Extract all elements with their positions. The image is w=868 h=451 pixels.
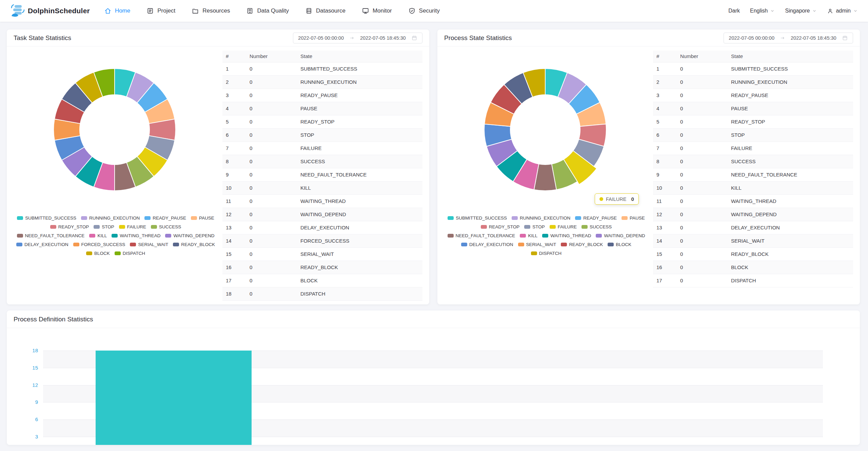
- nav-item-datasource[interactable]: Datasource: [305, 0, 346, 22]
- legend-item-delay-execution[interactable]: DELAY_EXECUTION: [461, 242, 513, 247]
- cell-number: 0: [677, 181, 728, 194]
- legend-item-failure[interactable]: FAILURE: [119, 224, 146, 229]
- date-range-picker[interactable]: 2022-07-05 00:00:00 2022-07-05 18:45:30: [724, 33, 853, 43]
- nav-item-data-quality[interactable]: Data Quality: [246, 0, 289, 22]
- table-row: 100KILL: [222, 181, 422, 194]
- cell-state: WAITING_THREAD: [297, 194, 422, 208]
- legend-item-block[interactable]: BLOCK: [86, 251, 110, 256]
- legend-label: KILL: [97, 233, 107, 238]
- legend-item-ready-block[interactable]: READY_BLOCK: [561, 242, 603, 247]
- table-row: 180DISPATCH: [222, 287, 422, 300]
- legend-item-ready-stop[interactable]: READY_STOP: [481, 224, 520, 229]
- nav-item-label: Resources: [202, 7, 230, 14]
- legend-item-serial-wait[interactable]: SERIAL_WAIT: [518, 242, 556, 247]
- table-row: 40PAUSE: [222, 102, 422, 115]
- legend-swatch: [448, 234, 454, 238]
- table-row: 100KILL: [653, 181, 853, 194]
- table-row: 30READY_PAUSE: [653, 89, 853, 102]
- cell-index: 16: [222, 261, 246, 274]
- column-header-num: #: [222, 51, 246, 62]
- legend-swatch: [542, 234, 548, 238]
- legend-item-serial-wait[interactable]: SERIAL_WAIT: [130, 242, 168, 247]
- legend-item-need-fault-tolerance[interactable]: NEED_FAULT_TOLERANCE: [448, 233, 515, 238]
- brand[interactable]: DolphinScheduler: [10, 3, 90, 18]
- legend-item-dispatch[interactable]: DISPATCH: [531, 251, 561, 256]
- legend-swatch: [191, 216, 197, 220]
- nav-item-label: Monitor: [373, 7, 392, 14]
- bar-series[interactable]: [96, 351, 252, 445]
- cell-state: KILL: [728, 181, 853, 194]
- task-state-donut-chart[interactable]: [50, 64, 180, 195]
- legend-item-failure[interactable]: FAILURE: [550, 224, 577, 229]
- legend-item-waiting-depend[interactable]: WAITING_DEPEND: [596, 233, 645, 238]
- home-icon: [104, 7, 112, 15]
- theme-toggle-button[interactable]: Dark: [728, 8, 740, 14]
- legend-item-pause[interactable]: PAUSE: [622, 215, 645, 221]
- legend-item-need-fault-tolerance[interactable]: NEED_FAULT_TOLERANCE: [17, 233, 85, 238]
- date-end: 2022-07-05 18:45:30: [360, 35, 406, 41]
- cell-number: 0: [677, 102, 728, 115]
- nav-item-label: Home: [115, 7, 130, 14]
- legend-item-delay-execution[interactable]: DELAY_EXECUTION: [16, 242, 68, 247]
- legend-swatch: [17, 216, 23, 220]
- legend-item-waiting-thread[interactable]: WAITING_THREAD: [542, 233, 591, 238]
- legend-swatch: [608, 243, 614, 246]
- date-range-picker[interactable]: 2022-07-05 00:00:00 2022-07-05 18:45:30: [293, 33, 422, 43]
- legend-item-forced-success[interactable]: FORCED_SUCCESS: [73, 242, 125, 247]
- nav-item-home[interactable]: Home: [104, 0, 130, 22]
- legend-label: PAUSE: [630, 215, 645, 221]
- table-row: 20RUNNING_EXECUTION: [222, 75, 422, 89]
- nav-item-resources[interactable]: Resources: [192, 0, 230, 22]
- cell-number: 0: [246, 168, 297, 181]
- table-row: 50READY_STOP: [653, 115, 853, 128]
- legend-item-ready-pause[interactable]: READY_PAUSE: [144, 215, 186, 221]
- cell-index: 17: [653, 274, 677, 287]
- legend-item-ready-stop[interactable]: READY_STOP: [50, 224, 89, 229]
- legend-item-running-execution[interactable]: RUNNING_EXECUTION: [81, 215, 140, 221]
- legend-item-block[interactable]: BLOCK: [608, 242, 631, 247]
- legend-item-kill[interactable]: KILL: [89, 233, 107, 238]
- user-menu[interactable]: admin: [827, 8, 858, 14]
- legend-item-success[interactable]: SUCCESS: [151, 224, 181, 229]
- cell-state: WAITING_DEPEND: [728, 208, 853, 221]
- legend-label: WAITING_DEPEND: [173, 233, 214, 238]
- process-state-donut-chart[interactable]: [480, 64, 610, 195]
- table-row: 10SUBMITTED_SUCCESS: [653, 62, 853, 75]
- nav-item-project[interactable]: Project: [146, 0, 175, 22]
- legend-item-stop[interactable]: STOP: [94, 224, 114, 229]
- legend-label: BLOCK: [616, 242, 631, 247]
- legend-item-success[interactable]: SUCCESS: [581, 224, 612, 229]
- legend-item-waiting-depend[interactable]: WAITING_DEPEND: [165, 233, 214, 238]
- legend-item-waiting-thread[interactable]: WAITING_THREAD: [112, 233, 160, 238]
- chevron-down-icon: [770, 8, 775, 13]
- cell-index: 11: [653, 194, 677, 208]
- legend-item-kill[interactable]: KILL: [520, 233, 537, 238]
- legend-item-ready-pause[interactable]: READY_PAUSE: [575, 215, 617, 221]
- legend-swatch: [518, 243, 524, 246]
- timezone-selector[interactable]: Singapore: [785, 8, 817, 14]
- legend-item-submitted-success[interactable]: SUBMITTED_SUCCESS: [448, 215, 507, 221]
- cell-index: 12: [653, 208, 677, 221]
- table-row: 20RUNNING_EXECUTION: [653, 75, 853, 89]
- y-axis-tick-label: 12: [12, 382, 38, 388]
- user-icon: [827, 8, 833, 14]
- process-state-card: Process State Statistics 2022-07-05 00:0…: [437, 30, 860, 304]
- legend-item-submitted-success[interactable]: SUBMITTED_SUCCESS: [17, 215, 76, 221]
- legend-swatch: [581, 225, 588, 229]
- process-definition-chart[interactable]: 181512963: [7, 328, 860, 445]
- cell-index: 2: [222, 75, 246, 89]
- legend-item-dispatch[interactable]: DISPATCH: [115, 251, 145, 256]
- table-row: 120WAITING_DEPEND: [653, 208, 853, 221]
- legend-item-running-execution[interactable]: RUNNING_EXECUTION: [512, 215, 570, 221]
- nav-item-security[interactable]: Security: [408, 0, 440, 22]
- legend-item-ready-block[interactable]: READY_BLOCK: [173, 242, 215, 247]
- legend-item-pause[interactable]: PAUSE: [191, 215, 214, 221]
- arrow-right-icon: [349, 35, 355, 41]
- nav-item-monitor[interactable]: Monitor: [362, 0, 392, 22]
- legend-item-stop[interactable]: STOP: [524, 224, 545, 229]
- legend-label: DISPATCH: [123, 251, 145, 256]
- table-row: 60STOP: [222, 128, 422, 142]
- language-selector[interactable]: English: [750, 8, 775, 14]
- cell-index: 16: [653, 261, 677, 274]
- cell-state: KILL: [297, 181, 422, 194]
